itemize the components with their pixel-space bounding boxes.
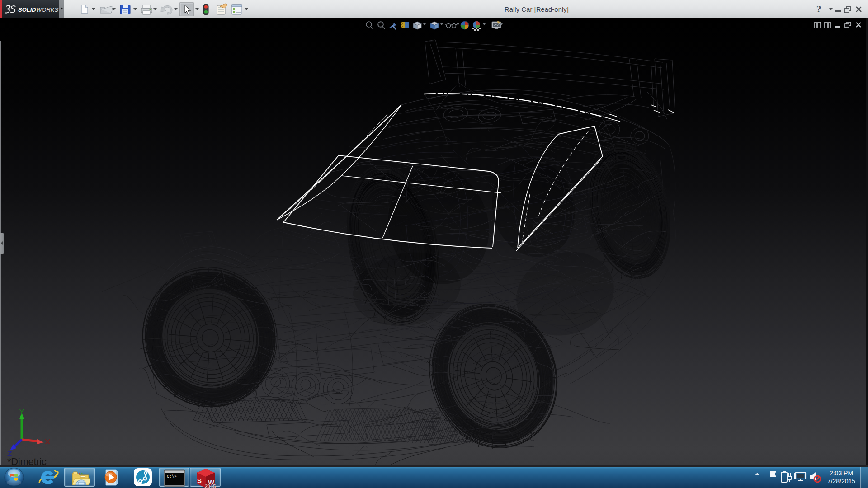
- svg-text:2015: 2015: [205, 483, 216, 488]
- svg-text:?: ?: [816, 4, 821, 14]
- svg-text:C:\>_: C:\>_: [167, 474, 179, 479]
- svg-text:S: S: [197, 477, 202, 484]
